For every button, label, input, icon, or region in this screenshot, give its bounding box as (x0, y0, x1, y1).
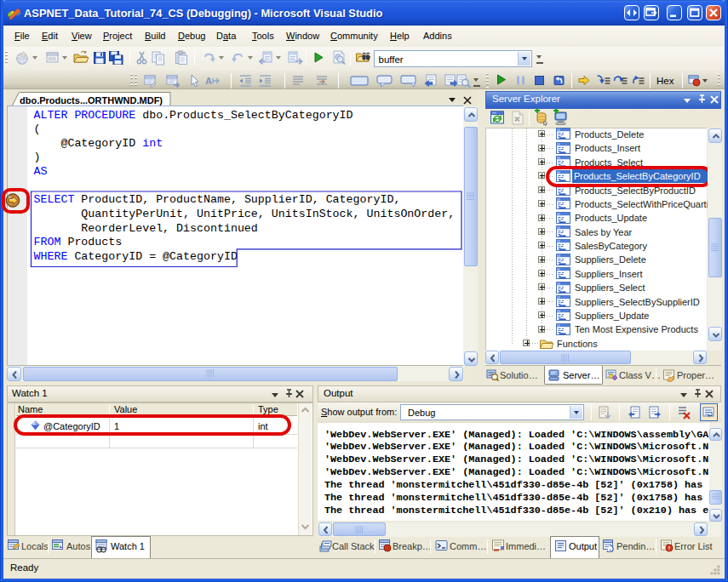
svg-text:A: A (205, 76, 212, 86)
